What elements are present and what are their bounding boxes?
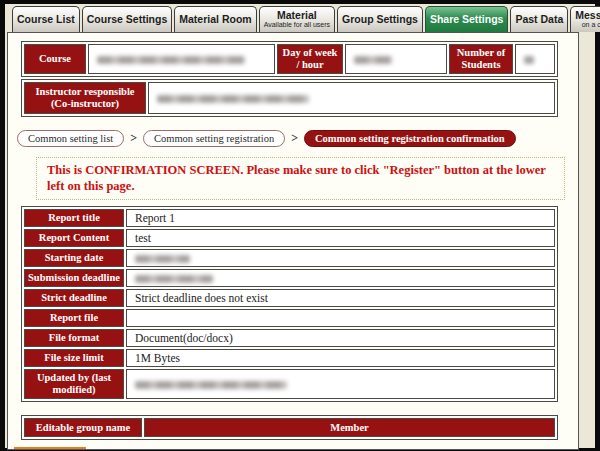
table-row: Report title Report 1 [24,209,555,227]
redacted-value [354,56,392,64]
confirmation-notice: This is CONFIRMATION SCREEN. Please make… [36,157,565,200]
row-label: Report Content [24,229,124,247]
redacted-value [524,56,534,64]
tab-bar: Course List Course Settings Material Roo… [7,4,581,32]
row-value [126,269,555,287]
redacted-value [135,275,213,283]
number-of-students-label: Number of Students [449,44,513,74]
tab-course-list[interactable]: Course List [12,6,80,32]
row-label: Submission deadline [24,269,124,287]
group-table-header: Editable group name Member [21,415,558,440]
tab-course-settings[interactable]: Course Settings [82,6,173,32]
table-row: Strict deadline Strict deadline does not… [24,289,555,307]
table-row: Editable group name Member [24,418,555,437]
tab-sublabel: Available for all users [264,21,330,29]
day-of-week-value [345,44,447,74]
breadcrumb-separator: > [291,131,298,146]
tab-message[interactable]: Message on a class [570,6,600,32]
tab-label: Share Settings [430,14,504,25]
course-value [88,44,275,74]
tab-past-data[interactable]: Past Data [510,6,568,32]
page-background: Course List Course Settings Material Roo… [5,4,595,448]
tab-material-all-users[interactable]: Material Available for all users [259,6,335,32]
row-label: Report file [24,309,124,327]
member-header: Member [144,418,555,437]
report-details: Report title Report 1 Report Content tes… [21,206,558,402]
row-label: Updated by (last modified) [24,369,124,399]
row-value: Report 1 [126,209,555,227]
row-label: Starting date [24,249,124,267]
breadcrumb-common-setting-list[interactable]: Common setting list [17,130,124,147]
breadcrumb: Common setting list > Common setting reg… [17,130,566,147]
row-value: Strict deadline does not exist [126,289,555,307]
day-of-week-label: Day of week / hour [277,44,343,74]
table-row: Updated by (last modified) [24,369,555,399]
tab-share-settings[interactable]: Share Settings [425,6,509,32]
row-label: File format [24,329,124,347]
register-highlight-box: Register [14,447,86,450]
tab-label: Group Settings [342,14,418,25]
redacted-value [135,381,287,389]
row-label: File size limit [24,349,124,367]
tab-label: Past Data [515,14,563,25]
tab-label: Course Settings [87,14,168,25]
tab-material-room[interactable]: Material Room [174,6,256,32]
table-row: File size limit 1M Bytes [24,349,555,367]
report-details-table: Report title Report 1 Report Content tes… [21,206,558,402]
row-value [126,249,555,267]
editable-group-name-header: Editable group name [24,418,142,437]
row-value: test [126,229,555,247]
course-info-row2: Instructor responsible (Co-instructor) [21,79,558,117]
redacted-value [97,56,245,64]
table-row: Starting date [24,249,555,267]
number-of-students-value [515,44,555,74]
tab-label: Course List [17,14,75,25]
breadcrumb-separator: > [130,131,137,146]
content-panel: Course Day of week / hour Number of Stud… [7,32,579,450]
redacted-value [135,255,190,263]
row-value: 1M Bytes [126,349,555,367]
table-row: Submission deadline [24,269,555,287]
table-row: Report Content test [24,229,555,247]
course-label: Course [24,44,86,74]
tab-label: Message [575,10,600,21]
breadcrumb-confirmation-current: Common setting registration confirmation [304,130,516,147]
tab-label: Material [277,10,317,21]
instructor-value [148,82,555,114]
instructor-label: Instructor responsible (Co-instructor) [24,82,146,114]
breadcrumb-common-setting-registration[interactable]: Common setting registration [143,130,285,147]
action-buttons: Register Back [14,447,578,450]
tab-group-settings[interactable]: Group Settings [337,6,423,32]
row-label: Report title [24,209,124,227]
row-value [126,309,555,327]
table-row: File format Document(doc/docx) [24,329,555,347]
group-table: Editable group name Member [21,415,558,440]
row-label: Strict deadline [24,289,124,307]
tab-label: Material Room [179,14,251,25]
redacted-value [157,95,309,103]
table-row: Report file [24,309,555,327]
course-info: Course Day of week / hour Number of Stud… [21,41,558,117]
tab-sublabel: on a class [582,21,600,29]
course-info-row1: Course Day of week / hour Number of Stud… [21,41,558,77]
row-value [126,369,555,399]
row-value: Document(doc/docx) [126,329,555,347]
